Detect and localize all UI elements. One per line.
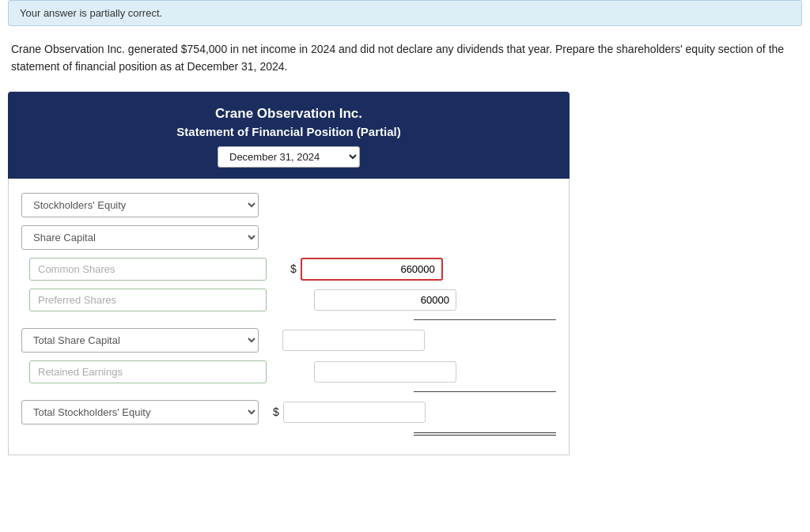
total-equity-dollar: $ — [273, 406, 279, 418]
banner-text: Your answer is partially correct. — [20, 7, 162, 19]
final-double-underline — [414, 432, 556, 436]
common-shares-value-input[interactable] — [301, 258, 443, 281]
form-body: Stockholders' Equity Share Capital $ — [8, 179, 570, 455]
common-shares-dollar: $ — [290, 262, 297, 275]
total-stockholders-equity-select[interactable]: Total Stockholders' Equity — [21, 400, 259, 424]
row-total-stockholders-equity: Total Stockholders' Equity $ — [21, 400, 556, 424]
row-common-shares: $ — [29, 258, 556, 281]
row-stockholders-equity: Stockholders' Equity — [21, 193, 556, 217]
total-share-capital-value-input[interactable] — [282, 330, 425, 351]
share-capital-select[interactable]: Share Capital — [21, 225, 259, 250]
preferred-shares-value-input[interactable] — [314, 289, 456, 311]
row-retained-earnings — [29, 360, 556, 383]
date-select[interactable]: December 31, 2024 — [218, 146, 360, 168]
stockholders-equity-select[interactable]: Stockholders' Equity — [21, 193, 259, 217]
statement-header: Crane Observation Inc. Statement of Fina… — [8, 92, 570, 179]
preferred-shares-label-input[interactable] — [29, 289, 267, 311]
retained-earnings-label-input[interactable] — [29, 360, 267, 383]
retained-earnings-value-input[interactable] — [314, 361, 456, 383]
total-share-capital-underline — [414, 319, 556, 320]
total-stockholders-equity-value-input[interactable] — [283, 402, 426, 423]
row-total-share-capital: Total Share Capital — [21, 328, 556, 353]
statement-title: Statement of Financial Position (Partial… — [16, 125, 562, 138]
row-preferred-shares — [29, 289, 556, 311]
feedback-banner: Your answer is partially correct. — [8, 0, 802, 26]
row-share-capital: Share Capital — [21, 225, 556, 250]
total-share-capital-select[interactable]: Total Share Capital — [21, 328, 259, 353]
common-shares-label-input[interactable] — [29, 258, 267, 281]
total-equity-underline — [414, 391, 556, 392]
company-name: Crane Observation Inc. — [16, 106, 562, 122]
question-description: Crane Observation Inc. generated $754,00… — [8, 40, 802, 76]
